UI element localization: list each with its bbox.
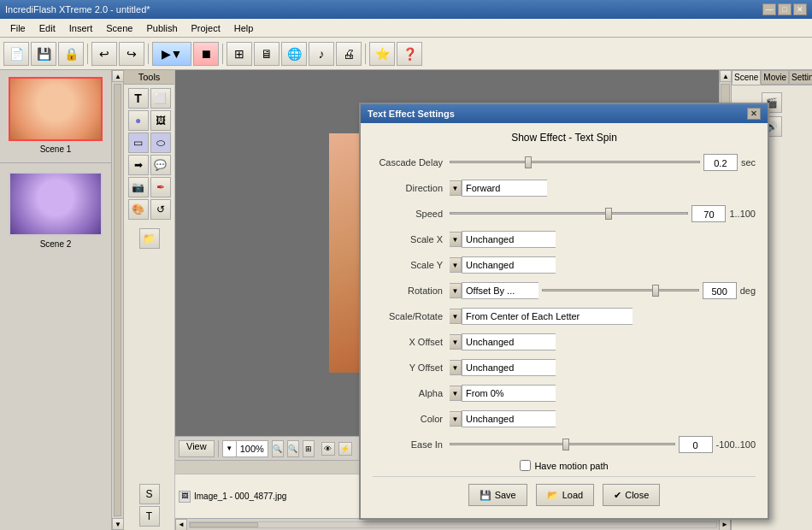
close-button[interactable]: ✔ Close: [603, 484, 660, 506]
zoom-down-button[interactable]: ▼: [223, 441, 237, 456]
tool-bubble[interactable]: 💬: [150, 155, 171, 175]
cascade-delay-value[interactable]: 0.2: [703, 154, 738, 171]
scale-rotate-dropdown[interactable]: ▼ From Center of Each Letter: [450, 308, 633, 325]
timeline-horiz-scroll[interactable]: ◄ ►: [175, 518, 731, 530]
tool-bottom-1[interactable]: S: [139, 484, 160, 504]
speed-value[interactable]: 70: [691, 205, 726, 222]
x-offset-arrow[interactable]: ▼: [450, 334, 462, 350]
tool-rotate[interactable]: ↺: [150, 199, 171, 220]
tool-bottom-2[interactable]: T: [139, 506, 160, 527]
tab-scene[interactable]: Scene: [732, 70, 761, 85]
rotation-slider-thumb[interactable]: [652, 285, 659, 297]
grid-button[interactable]: ⊞: [227, 42, 252, 66]
color-value[interactable]: Unchanged: [462, 410, 556, 427]
rotation-value[interactable]: Offset By ...: [462, 282, 538, 299]
scale-rotate-arrow[interactable]: ▼: [450, 309, 462, 324]
motion-path-checkbox[interactable]: [520, 460, 531, 471]
cascade-slider-thumb[interactable]: [525, 156, 532, 168]
direction-value[interactable]: Forward: [462, 180, 547, 197]
rotation-dropdown[interactable]: ▼ Offset By ...: [450, 282, 538, 299]
zoom-out-button[interactable]: 🔍: [287, 440, 299, 457]
music-button[interactable]: ♪: [309, 42, 334, 66]
scroll-down-button[interactable]: ▼: [112, 518, 124, 530]
tool-circle[interactable]: ●: [128, 110, 149, 131]
scale-x-arrow[interactable]: ▼: [450, 232, 462, 247]
rotation-slider-value[interactable]: 500: [703, 282, 737, 299]
alpha-dropdown[interactable]: ▼ From 0%: [450, 385, 556, 402]
speed-slider[interactable]: [450, 207, 688, 221]
redo-button[interactable]: ↪: [119, 42, 144, 66]
tool-extra[interactable]: 📁: [139, 228, 160, 249]
monitor-button[interactable]: 🖥: [254, 42, 279, 66]
menu-help[interactable]: Help: [227, 21, 261, 35]
tool-rect[interactable]: ▭: [128, 132, 149, 153]
help-button[interactable]: ❓: [397, 42, 422, 66]
tool-shape[interactable]: ⬜: [150, 88, 171, 109]
tool-fill[interactable]: 🎨: [128, 199, 149, 220]
hscroll-bar[interactable]: [189, 521, 717, 528]
timeline-icon-1[interactable]: 👁: [321, 442, 335, 456]
load-button[interactable]: 📂 Load: [536, 484, 594, 506]
speed-slider-thumb[interactable]: [605, 208, 612, 220]
menu-project[interactable]: Project: [185, 21, 227, 35]
undo-button[interactable]: ↩: [91, 42, 117, 66]
scale-x-value[interactable]: Unchanged: [462, 231, 556, 248]
scroll-thumb[interactable]: [114, 84, 121, 516]
hscroll-left[interactable]: ◄: [175, 519, 187, 531]
tool-text[interactable]: T: [128, 88, 149, 109]
scroll-up-button[interactable]: ▲: [112, 70, 124, 82]
hscroll-thumb[interactable]: [190, 522, 258, 527]
direction-dropdown[interactable]: ▼ Forward: [450, 180, 547, 197]
canvas-scroll-up[interactable]: ▲: [720, 70, 731, 82]
tool-pen[interactable]: ✒: [150, 177, 171, 197]
scale-x-dropdown[interactable]: ▼ Unchanged: [450, 231, 556, 248]
scale-y-dropdown[interactable]: ▼ Unchanged: [450, 256, 556, 274]
menu-file[interactable]: File: [3, 21, 32, 35]
scene-item-1[interactable]: Scene 1: [0, 70, 111, 161]
menu-publish[interactable]: Publish: [139, 21, 184, 35]
x-offset-dropdown[interactable]: ▼ Unchanged: [450, 333, 556, 350]
color-dropdown[interactable]: ▼ Unchanged: [450, 410, 556, 427]
tool-ellipse[interactable]: ⬭: [150, 132, 171, 153]
dialog-close-button[interactable]: ✕: [747, 108, 761, 120]
direction-arrow[interactable]: ▼: [450, 180, 462, 196]
save-button[interactable]: 💾 Save: [468, 484, 527, 506]
view-button[interactable]: View: [179, 440, 215, 457]
rotation-arrow[interactable]: ▼: [450, 283, 462, 298]
alpha-value[interactable]: From 0%: [462, 385, 556, 402]
hscroll-right[interactable]: ►: [719, 519, 731, 531]
zoom-fit-button[interactable]: ⊞: [303, 440, 315, 457]
cascade-delay-slider[interactable]: [450, 156, 700, 169]
scale-y-arrow[interactable]: ▼: [450, 257, 462, 273]
x-offset-value[interactable]: Unchanged: [462, 333, 556, 350]
scale-rotate-value[interactable]: From Center of Each Letter: [462, 308, 633, 325]
globe-button[interactable]: 🌐: [281, 42, 307, 66]
ease-in-slider-thumb[interactable]: [562, 439, 569, 450]
alpha-arrow[interactable]: ▼: [450, 386, 462, 401]
scene-thumb-1[interactable]: [9, 77, 103, 141]
new-button[interactable]: 📄: [3, 42, 29, 66]
lock-button[interactable]: 🔒: [58, 42, 84, 66]
scenes-scrollbar[interactable]: ▲ ▼: [111, 70, 123, 530]
minimize-button[interactable]: —: [762, 3, 776, 15]
timeline-icon-2[interactable]: ⚡: [338, 442, 352, 456]
y-offset-dropdown[interactable]: ▼ Unchanged: [450, 359, 556, 376]
save-button[interactable]: 💾: [31, 42, 56, 66]
menu-edit[interactable]: Edit: [32, 21, 62, 35]
ease-in-value[interactable]: 0: [679, 436, 713, 453]
print-button[interactable]: 🖨: [336, 42, 362, 66]
y-offset-arrow[interactable]: ▼: [450, 360, 462, 375]
tool-image[interactable]: 🖼: [150, 110, 171, 131]
menu-insert[interactable]: Insert: [62, 21, 100, 35]
tool-arrow[interactable]: ➡: [128, 155, 149, 175]
tool-camera[interactable]: 📷: [128, 177, 149, 197]
tab-movie[interactable]: Movie: [761, 70, 789, 85]
maximize-button[interactable]: □: [778, 3, 791, 15]
scale-y-value[interactable]: Unchanged: [462, 256, 556, 274]
tab-settings[interactable]: Settings: [789, 70, 812, 85]
close-button[interactable]: ✕: [793, 3, 807, 15]
scene-thumb-2[interactable]: [9, 172, 103, 236]
y-offset-value[interactable]: Unchanged: [462, 359, 556, 376]
color-arrow[interactable]: ▼: [450, 411, 462, 427]
rotation-slider[interactable]: [542, 284, 699, 297]
